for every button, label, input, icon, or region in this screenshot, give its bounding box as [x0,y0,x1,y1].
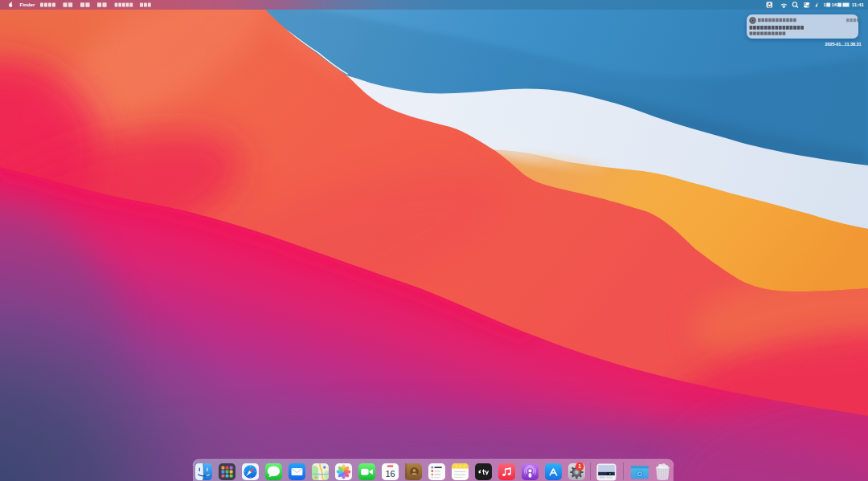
svg-text:2025-01...11.38.31: 2025-01...11.38.31 [825,42,862,47]
svg-text:1: 1 [578,463,581,469]
svg-text:Finder: Finder [19,2,35,7]
svg-text:16: 16 [385,469,395,479]
svg-text:16: 16 [832,2,837,7]
svg-text:11:41: 11:41 [852,2,865,7]
